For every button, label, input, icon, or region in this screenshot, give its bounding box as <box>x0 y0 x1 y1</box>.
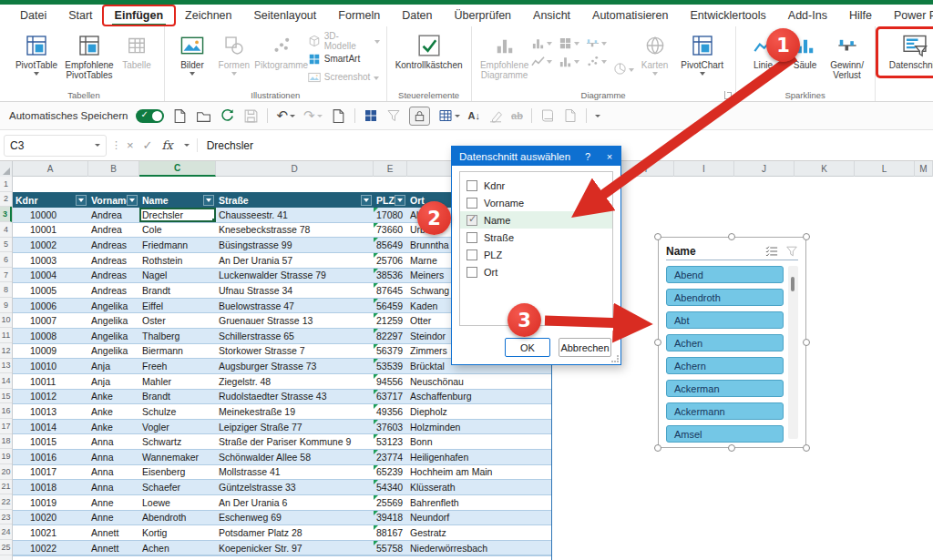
cell-plz[interactable]: 38536 <box>374 269 407 283</box>
filter-dropdown-button[interactable] <box>395 195 405 206</box>
cell-plz[interactable]: 53123 <box>374 434 407 449</box>
cell-kdnr[interactable]: 10015 <box>13 434 88 449</box>
cell-plz[interactable]: 17080 <box>374 208 407 222</box>
cell-strasse[interactable]: Gruenauer Strasse 13 <box>216 313 374 328</box>
filter-dropdown-button[interactable] <box>361 195 372 206</box>
cell-ort[interactable]: Hochheim am Main <box>407 465 552 480</box>
cell-plz[interactable]: 55758 <box>374 541 407 555</box>
cell-vorname[interactable]: Anne <box>88 495 139 510</box>
cell-vorname[interactable]: Anna <box>88 434 139 449</box>
save-button[interactable] <box>243 108 259 124</box>
table-row[interactable]: 10021 Annett Kortig Potsdamer Platz 28 8… <box>13 525 551 541</box>
cell-vorname[interactable]: Andreas <box>88 253 139 268</box>
cell-strasse[interactable]: Chausseestr. 41 <box>216 208 374 222</box>
row-header[interactable]: 25 <box>0 540 12 555</box>
cell-strasse[interactable]: Meinekestraße 19 <box>216 404 374 419</box>
row-header[interactable]: 17 <box>0 419 12 434</box>
cell-name[interactable]: Cole <box>139 223 216 238</box>
resize-handle[interactable] <box>654 233 661 240</box>
cancel-entry-icon[interactable]: × <box>127 138 134 152</box>
cell-name[interactable]: Brandt <box>139 390 216 404</box>
cell-strasse[interactable]: Straße der Pariser Kommune 9 <box>216 434 374 449</box>
table-row[interactable]: 10015 Anna Schwartz Straße der Pariser K… <box>13 434 551 450</box>
cell-strasse[interactable]: Knesebeckstrasse 78 <box>216 223 374 238</box>
cell-vorname[interactable]: Anne <box>88 511 139 525</box>
cell-vorname[interactable]: Angelika <box>88 313 139 328</box>
undo-button[interactable]: ↶ <box>276 107 295 124</box>
cell-vorname[interactable]: Angelika <box>88 299 139 313</box>
cell-strasse[interactable]: An Der Urania 6 <box>216 495 374 510</box>
row-header[interactable]: 21 <box>0 480 12 495</box>
cell-kdnr[interactable]: 10003 <box>13 253 88 268</box>
format-eraser-button[interactable] <box>488 108 503 123</box>
smartart-button[interactable]: SmartArt <box>308 51 380 66</box>
cell-kdnr[interactable]: 10014 <box>13 420 88 434</box>
ribbon-tab[interactable]: Start <box>57 5 103 26</box>
ribbon-tab[interactable]: Einfügen <box>104 5 174 26</box>
cell-plz[interactable]: 21259 <box>374 313 407 328</box>
row-header[interactable]: 22 <box>0 494 12 510</box>
cell-kdnr[interactable]: 10011 <box>13 374 88 389</box>
slicer-item[interactable]: Abendroth <box>666 289 784 306</box>
cell-strasse[interactable]: Ufnau Strasse 34 <box>216 283 374 298</box>
cell-strasse[interactable]: Luckenwalder Strasse 79 <box>216 269 374 283</box>
slicer-scrollbar[interactable] <box>788 266 798 439</box>
filter-dropdown-button[interactable] <box>76 195 87 206</box>
karten-button[interactable]: Karten <box>634 31 676 76</box>
row-header[interactable]: 1 <box>0 177 12 192</box>
cell-strasse[interactable]: Leipziger Straße 77 <box>216 420 374 434</box>
cell-kdnr[interactable]: 10012 <box>13 390 88 404</box>
row-header[interactable]: 18 <box>0 434 12 450</box>
redo-button[interactable]: ↷ <box>303 107 323 124</box>
column-header[interactable]: K <box>795 161 855 177</box>
cell-name[interactable]: Oster <box>139 313 216 328</box>
cell-name[interactable]: Freeh <box>139 359 216 373</box>
row-header[interactable]: 8 <box>0 282 12 298</box>
confirm-entry-icon[interactable]: ✓ <box>143 138 153 152</box>
checkbox[interactable] <box>466 267 477 278</box>
cell-plz[interactable]: 49356 <box>374 404 407 419</box>
cell-ort[interactable]: Bahrenfleth <box>407 495 552 510</box>
cell-plz[interactable]: 39418 <box>374 511 407 525</box>
column-header[interactable]: H <box>614 161 674 177</box>
cell-kdnr[interactable]: 10002 <box>13 238 88 252</box>
row-header[interactable]: 14 <box>0 373 12 389</box>
filter-dropdown-button[interactable] <box>203 195 214 206</box>
cell-strasse[interactable]: Koepenicker Str. 97 <box>216 541 374 555</box>
cell-kdnr[interactable]: 10000 <box>13 208 88 222</box>
cell-name[interactable]: Wannemaker <box>139 450 216 464</box>
cell-strasse[interactable]: Mollstrasse 41 <box>216 465 374 480</box>
scatter-chart-button[interactable] <box>586 55 613 68</box>
row-header[interactable]: 9 <box>0 298 12 313</box>
ribbon-tab[interactable]: Seitenlayout <box>243 5 328 26</box>
cell-name[interactable]: Abendroth <box>139 511 216 525</box>
checkbox[interactable] <box>466 232 477 243</box>
checkbox[interactable] <box>466 198 477 209</box>
cell-kdnr[interactable]: 10009 <box>13 344 88 359</box>
cell-kdnr[interactable]: 10013 <box>13 404 88 419</box>
cell-strasse[interactable]: Schönwalder Allee 58 <box>216 450 374 464</box>
gewinn-verlust-button[interactable]: Gewinn/ Verlust <box>826 31 868 80</box>
table-row[interactable]: 10017 Anna Eisenberg Mollstrasse 41 6523… <box>13 465 551 481</box>
select-all-corner[interactable] <box>0 161 13 177</box>
kontrollkaestchen-button[interactable]: Kontrollkästchen <box>394 31 465 70</box>
column-header[interactable]: C <box>139 161 216 177</box>
cell-name[interactable]: Schaefer <box>139 480 216 494</box>
empfohlene-diagramme-button[interactable]: Empfohlene Diagramme <box>478 31 531 80</box>
column-header[interactable]: D <box>216 161 374 177</box>
cell-vorname[interactable]: Anke <box>88 420 139 434</box>
column-header[interactable]: I <box>674 161 734 177</box>
ribbon-tab[interactable]: Daten <box>391 5 443 26</box>
multi-select-icon[interactable] <box>765 245 778 258</box>
cell-strasse[interactable]: An Der Urania 57 <box>216 253 374 268</box>
resize-handle[interactable] <box>654 444 661 452</box>
cell-plz[interactable]: 65239 <box>374 465 407 480</box>
workbook-stats-button[interactable] <box>540 108 555 123</box>
cell-plz[interactable]: 56379 <box>374 344 407 359</box>
cell-name[interactable]: Rothstein <box>139 253 216 268</box>
piktogramme-button[interactable]: Piktogramme <box>255 31 308 70</box>
hierarchy-chart-button[interactable] <box>559 36 586 50</box>
cell-kdnr[interactable]: 10007 <box>13 313 88 328</box>
cell-name[interactable]: Vogler <box>139 420 216 434</box>
bilder-button[interactable]: Bilder <box>171 31 213 76</box>
